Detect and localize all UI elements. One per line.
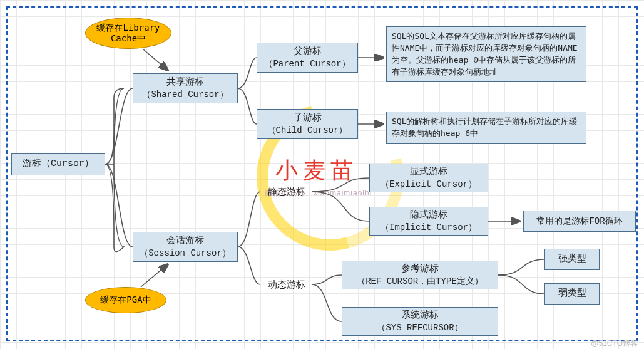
node-ref-cursor: 参考游标 （REF CURSOR，由TYPE定义） (342, 261, 498, 289)
strong-label: 强类型 (558, 253, 586, 266)
sys-line1: 系统游标 (401, 310, 439, 322)
node-root: 游标（Cursor） (11, 153, 105, 175)
node-implicit-cursor: 隐式游标 （Implicit Cursor） (369, 207, 488, 236)
child-line2: （Child Cursor） (267, 125, 348, 136)
implicit-line1: 隐式游标 (410, 209, 447, 222)
implicit-line2: （Implicit Cursor） (381, 222, 477, 233)
node-sys-refcursor: 系统游标 （SYS_REFCURSOR） (342, 307, 498, 336)
sys-line2: （SYS_REFCURSOR） (377, 322, 463, 333)
ref-line2: （REF CURSOR，由TYPE定义） (357, 276, 483, 287)
node-child-cursor: 子游标 （Child Cursor） (257, 109, 358, 139)
parent-line1: 父游标 (294, 46, 322, 58)
ellipse-lib-label: 缓存在Library Cache中 (92, 23, 165, 44)
label-dynamic-cursor: 动态游标 (262, 279, 312, 291)
ellipse-pga: 缓存在PGA中 (85, 287, 166, 313)
node-for-loop: 常用的是游标FOR循环 (523, 211, 636, 232)
for-loop-label: 常用的是游标FOR循环 (536, 216, 622, 227)
child-line1: 子游标 (294, 112, 322, 125)
note-parent-cursor: SQL的SQL文本存储在父游标所对应库缓存句柄的属性NAME中，而子游标对应的库… (386, 26, 586, 82)
weak-label: 弱类型 (558, 288, 586, 300)
node-explicit-cursor: 显式游标 （Explicit Cursor） (369, 164, 488, 192)
node-weak-type: 弱类型 (544, 283, 600, 305)
label-static-cursor: 静态游标 (262, 186, 312, 198)
session-line2: （Session Cursor） (140, 247, 231, 259)
node-session-cursor: 会话游标 （Session Cursor） (133, 232, 238, 262)
node-strong-type: 强类型 (544, 249, 600, 270)
ellipse-library-cache: 缓存在Library Cache中 (85, 18, 171, 49)
node-root-label: 游标（Cursor） (23, 158, 94, 170)
parent-line2: （Parent Cursor） (264, 58, 350, 70)
shared-line2: （Shared Cursor） (142, 89, 228, 100)
shared-line1: 共享游标 (166, 76, 204, 89)
ellipse-pga-label: 缓存在PGA中 (100, 294, 151, 306)
ref-line1: 参考游标 (401, 263, 439, 276)
node-shared-cursor: 共享游标 （Shared Cursor） (133, 73, 238, 103)
explicit-line1: 显式游标 (410, 166, 447, 179)
note-child-cursor: SQL的解析树和执行计划存储在子游标所对应的库缓存对象句柄的heap 6中 (386, 112, 586, 144)
node-parent-cursor: 父游标 （Parent Cursor） (257, 43, 358, 73)
session-line1: 会话游标 (166, 235, 204, 247)
explicit-line2: （Explicit Cursor） (381, 179, 477, 190)
